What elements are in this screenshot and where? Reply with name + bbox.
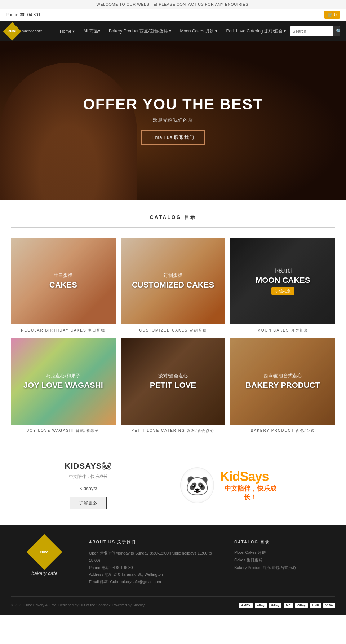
hero-title: OFFER YOU THE BEST (83, 96, 263, 113)
nav-bakery-product[interactable]: Bakery Product 西点/面包/蛋糕 ▾ (105, 26, 175, 36)
footer-grid: cube bakery cafe ABOUT US 关于我们 Open 营业时间… (11, 539, 335, 586)
header: cube bakery cafe Home ▾ All 商品▾ Bakery P… (0, 21, 346, 41)
kidsays-description: Kidsays! (11, 486, 166, 491)
catalog-label-petit: PETIT LOVE CATERING 派对/酒会点心 (121, 428, 226, 433)
footer-link-bakery[interactable]: Bakery Product 西点/面包/台式点心 (234, 565, 335, 570)
catalog-item-customized[interactable]: 订制蛋糕 Customized Cakes CUSTOMIZED CAKES 定… (121, 238, 226, 333)
logo[interactable]: cube bakery cafe (6, 25, 49, 38)
search-icon: 🔍 (336, 29, 341, 34)
catalog-image-bakery[interactable]: 西点/面包台式点心 BAKERY PRODUCT (230, 338, 335, 425)
catalog-item-bakery[interactable]: 西点/面包台式点心 BAKERY PRODUCT BAKERY PRODUCT … (230, 338, 335, 433)
announcement-bar: WELCOME TO OUR WEBSITE! PLEASE CONTACT U… (0, 0, 346, 9)
catalog-label-bakery: BAKERY PRODUCT 面包/台式 (230, 428, 335, 433)
footer-logo-diamond: cube (27, 534, 62, 570)
catalog-image-cakes[interactable]: 生日蛋糕 CAKES (11, 238, 116, 324)
catalog-grid-row1: 生日蛋糕 CAKES REGULAR BIRTHDAY CAKES 生日蛋糕 订… (11, 238, 335, 333)
announcement-text: WELCOME TO OUR WEBSITE! PLEASE CONTACT U… (96, 2, 249, 6)
footer: cube bakery cafe ABOUT US 关于我们 Open 营业时间… (0, 525, 346, 615)
nav-all[interactable]: All 商品▾ (80, 26, 104, 36)
footer-logo-brand: bakery cafe (31, 570, 57, 576)
kidsays-title: KIDSAYS🐼 (11, 461, 166, 471)
hero-email-button[interactable]: Email us 联系我们 (141, 130, 205, 145)
nav-moon-cakes[interactable]: Moon Cakes 月饼 ▾ (176, 26, 221, 36)
footer-about-email: Email 邮箱: Cubebakerycafe@gmail.com (89, 578, 223, 586)
catalog-overlay-moon: 中秋月饼 MOON CAKES 手信礼盒 (230, 238, 335, 324)
footer-about-phone: Phone 电话:04 801-9080 (89, 564, 223, 571)
cart-button[interactable]: 🛒 0 (324, 11, 340, 19)
brand-says: Says (240, 469, 269, 484)
payment-union: UNP (310, 603, 321, 608)
catalog-overlay-bakery: 西点/面包台式点心 BAKERY PRODUCT (230, 338, 335, 425)
catalog-image-joy[interactable]: 巧克点心/和果子 Joy Love Wagashi (11, 338, 116, 425)
hero-content: OFFER YOU THE BEST 欢迎光临我们的店 Email us 联系我… (83, 96, 263, 145)
nav-petit-love[interactable]: Petit Love Catering 派对/酒会 ▾ (222, 26, 289, 36)
catalog-section: CATALOG 目录 生日蛋糕 CAKES REGULAR BIRTHDAY C… (0, 200, 346, 446)
footer-link-moon[interactable]: Moon Cakes 月饼 (234, 550, 335, 555)
footer-about-col: ABOUT US 关于我们 Open 营业时间Monday to Sunday … (89, 539, 223, 586)
footer-about-title: ABOUT US 关于我们 (89, 539, 223, 545)
kidsays-section: KIDSAYS🐼 中文陪伴，快乐成长 Kidsays! 了解更多 🐼 KidSa… (0, 446, 346, 525)
footer-about-address: Address 地址:240 Taranaki St., Wellington (89, 571, 223, 578)
logo-diamond-text: cube (8, 30, 16, 33)
catalog-zh-moon: 中秋月饼 (274, 268, 292, 274)
catalog-zh-cakes: 生日蛋糕 (54, 272, 72, 279)
catalog-en-petit: Petit Love (150, 381, 196, 390)
footer-copyright: © 2023 Cube Bakery & Cafe. Designed by O… (11, 603, 145, 607)
kidsays-left-col: KIDSAYS🐼 中文陪伴，快乐成长 Kidsays! 了解更多 (11, 461, 166, 509)
catalog-image-moon[interactable]: 中秋月饼 MOON CAKES 手信礼盒 (230, 238, 335, 324)
search-button[interactable]: 🔍 (333, 26, 341, 36)
search-input[interactable] (290, 29, 333, 34)
catalog-image-customized[interactable]: 订制蛋糕 Customized Cakes (121, 238, 226, 324)
catalog-image-petit[interactable]: 派对/酒会点心 Petit Love (121, 338, 226, 425)
footer-about-hours: Open 营业时间Monday to Sunday 8:30-18:00(Pub… (89, 550, 223, 564)
footer-catalog-title: CATALOG 目录 (234, 539, 335, 545)
payment-mc: MC (284, 603, 293, 608)
main-nav: Home ▾ All 商品▾ Bakery Product 西点/面包/蛋糕 ▾… (56, 26, 290, 36)
catalog-overlay-joy: 巧克点心/和果子 Joy Love Wagashi (11, 338, 116, 425)
hero-section: OFFER YOU THE BEST 欢迎光临我们的店 Email us 联系我… (0, 41, 346, 200)
kidsays-brand-zh: 中文陪伴，快乐成长！ (220, 484, 281, 501)
catalog-en-customized: Customized Cakes (132, 280, 214, 290)
catalog-label-customized: CUSTOMIZED CAKES 定制蛋糕 (121, 328, 226, 333)
catalog-overlay-cakes: 生日蛋糕 CAKES (11, 238, 116, 324)
kidsays-logo: 🐼 KidSays 中文陪伴，快乐成长！ (180, 460, 281, 511)
logo-diamond: cube (3, 22, 22, 40)
catalog-overlay-petit: 派对/酒会点心 Petit Love (121, 338, 226, 425)
phone-display: Phone ☎: 04 801 (6, 12, 40, 17)
catalog-zh-bakery: 西点/面包台式点心 (263, 373, 302, 379)
catalog-item-petit[interactable]: 派对/酒会点心 Petit Love PETIT LOVE CATERING 派… (121, 338, 226, 433)
kidsays-brand-en: KidSays (220, 469, 269, 484)
kidsays-learn-more-button[interactable]: 了解更多 (70, 497, 107, 509)
payment-gpay: GPay (269, 603, 281, 608)
catalog-en-bakery: BAKERY PRODUCT (245, 381, 320, 390)
search-bar[interactable]: 🔍 (290, 26, 341, 36)
logo-line2: bakery cafe (22, 29, 42, 34)
nav-home[interactable]: Home ▾ (56, 27, 78, 36)
footer-logo-text: cube (40, 550, 49, 554)
footer-catalog-col: CATALOG 目录 Moon Cakes 月饼 Cakes 生日蛋糕 Bake… (234, 539, 335, 586)
catalog-zh-joy: 巧克点心/和果子 (46, 373, 80, 379)
catalog-item-cakes[interactable]: 生日蛋糕 CAKES REGULAR BIRTHDAY CAKES 生日蛋糕 (11, 238, 116, 333)
payment-epay: ePay (255, 603, 267, 608)
catalog-label-cakes: REGULAR BIRTHDAY CAKES 生日蛋糕 (11, 328, 116, 333)
catalog-en-moon: MOON CAKES (256, 276, 310, 285)
catalog-en-cakes: CAKES (49, 280, 77, 290)
catalog-zh-customized: 订制蛋糕 (164, 272, 182, 279)
panda-icon: 🐼 (180, 467, 214, 503)
catalog-grid-row2: 巧克点心/和果子 Joy Love Wagashi JOY LOVE WAGAS… (11, 338, 335, 433)
payment-icons: AMEX ePay GPay MC OPay UNP VISA (239, 603, 335, 608)
catalog-en-joy: Joy Love Wagashi (23, 381, 103, 390)
catalog-item-joy[interactable]: 巧克点心/和果子 Joy Love Wagashi JOY LOVE WAGAS… (11, 338, 116, 433)
footer-link-cakes[interactable]: Cakes 生日蛋糕 (234, 557, 335, 563)
catalog-item-moon[interactable]: 中秋月饼 MOON CAKES 手信礼盒 MOON CAKES 月饼礼盒 (230, 238, 335, 333)
kidsays-subtitle: 中文陪伴，快乐成长 (11, 474, 166, 480)
hero-subtitle: 欢迎光临我们的店 (83, 117, 263, 123)
brand-kid: Kid (220, 469, 240, 484)
catalog-divider (11, 227, 335, 228)
logo-text: bakery cafe (22, 29, 42, 34)
catalog-label-moon: MOON CAKES 月饼礼盒 (230, 328, 335, 333)
footer-logo-area: cube bakery cafe (11, 539, 78, 586)
footer-bottom: © 2023 Cube Bakery & Cafe. Designed by O… (11, 596, 335, 608)
payment-visa: VISA (323, 603, 335, 608)
kidsays-brand: KidSays 中文陪伴，快乐成长！ (220, 469, 281, 501)
